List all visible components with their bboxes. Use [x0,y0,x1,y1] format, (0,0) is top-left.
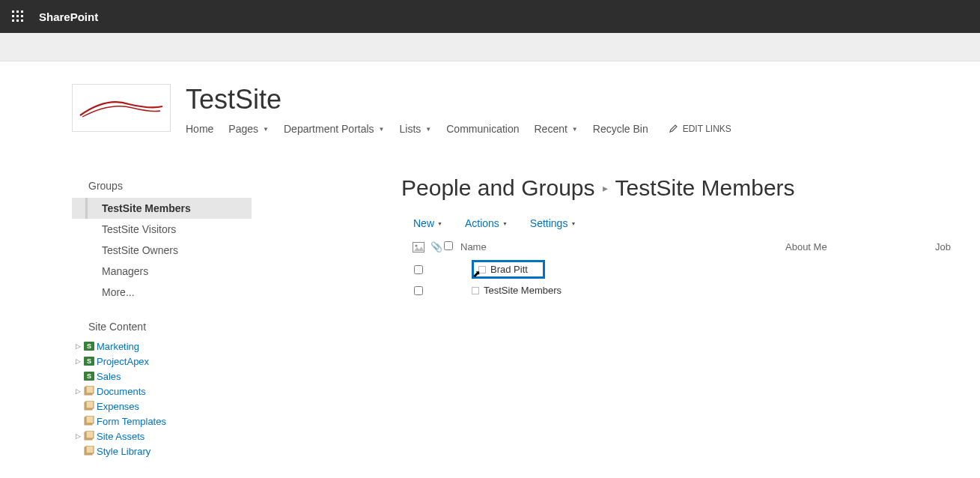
nav-home[interactable]: Home [186,120,221,138]
chevron-down-icon: ▼ [425,126,431,133]
presence-icon [472,287,479,294]
app-launcher-icon[interactable] [7,6,28,27]
group-managers[interactable]: Managers [72,261,252,282]
tree-item-marketing[interactable]: ▷SMarketing [72,339,252,354]
library-icon [83,385,95,397]
tree-expand-icon[interactable]: ▷ [76,357,83,365]
pencil-icon [669,124,678,135]
group-more[interactable]: More... [72,282,252,303]
row-name-cell: TestSite Members [467,285,797,296]
svg-rect-0 [12,10,14,13]
svg-rect-8 [21,19,23,22]
edit-links-button[interactable]: EDIT LINKS [669,124,731,135]
nav-lists[interactable]: Lists▼ [392,120,439,138]
suite-brand[interactable]: SharePoint [39,10,98,23]
about-column-header[interactable]: About Me [785,241,935,252]
breadcrumb-current: TestSite Members [615,175,795,201]
svg-rect-14 [86,416,94,423]
tree-item-expenses[interactable]: Expenses [72,399,252,414]
svg-rect-5 [21,15,23,17]
group-testsite-owners[interactable]: TestSite Owners [72,240,252,261]
edit-links-label: EDIT LINKS [683,124,731,134]
row-select-cell [407,286,434,295]
svg-rect-6 [12,19,14,22]
row-checkbox[interactable] [414,265,423,274]
site-logo[interactable] [72,84,171,132]
site-icon: S [84,357,94,366]
select-all-checkbox[interactable] [444,241,453,250]
tree-link-documents[interactable]: Documents [97,386,146,397]
site-content-tree: ▷SMarketing ▷SProjectApex SSales ▷Docume… [72,339,252,459]
chevron-right-icon: ▸ [603,182,608,194]
site-header: TestSite Home Pages▼ Department Portals▼… [0,61,980,153]
members-table: 📎 Name About Me Job Brad Pitt [401,237,980,299]
photo-column-header-icon[interactable] [407,242,429,252]
chevron-down-icon: ▼ [572,126,578,133]
nav-department-portals[interactable]: Department Portals▼ [276,120,392,138]
new-label: New [413,217,434,229]
site-icon: S [84,372,94,381]
svg-rect-10 [86,386,94,393]
suite-bar: SharePoint [0,0,980,33]
tree-item-projectapex[interactable]: ▷SProjectApex [72,354,252,369]
tree-link-expenses[interactable]: Expenses [97,401,139,412]
group-testsite-visitors[interactable]: TestSite Visitors [72,219,252,240]
actions-button[interactable]: Actions▼ [465,217,508,229]
tree-link-form-templates[interactable]: Form Templates [97,416,166,427]
breadcrumb-root[interactable]: People and Groups [401,175,595,201]
table-header: 📎 Name About Me Job [401,237,980,257]
chevron-down-icon: ▼ [502,221,508,226]
groups-list: TestSite Members TestSite Visitors TestS… [72,198,252,303]
tree-expand-icon[interactable]: ▷ [76,432,83,440]
nav-recycle-bin[interactable]: Recycle Bin [585,120,656,138]
ribbon-placeholder [0,33,980,61]
list-toolbar: New▼ Actions▼ Settings▼ [401,214,980,237]
table-row[interactable]: Brad Pitt [401,257,980,282]
tree-item-documents[interactable]: ▷Documents [72,384,252,399]
tree-link-projectapex[interactable]: ProjectApex [97,356,149,367]
tree-link-sales[interactable]: Sales [97,371,121,382]
tree-expand-icon[interactable]: ▷ [76,387,83,395]
member-name-link[interactable]: Brad Pitt [490,264,528,275]
nav-pages-label: Pages [228,123,258,135]
groups-heading: Groups [88,180,252,192]
tree-item-style-library[interactable]: Style Library [72,444,252,459]
library-icon [83,430,95,442]
tree-expand-icon[interactable]: ▷ [76,342,83,350]
new-button[interactable]: New▼ [413,217,442,229]
name-column-header[interactable]: Name [456,241,785,252]
tree-link-marketing[interactable]: Marketing [97,341,139,352]
attachment-column-header-icon[interactable]: 📎 [429,241,444,252]
svg-rect-12 [86,401,94,408]
member-name-link[interactable]: TestSite Members [484,285,561,296]
job-column-header[interactable]: Job [935,241,980,252]
site-icon: S [84,342,94,351]
tree-item-form-templates[interactable]: Form Templates [72,414,252,429]
breadcrumb: People and Groups ▸ TestSite Members [401,175,980,201]
tree-item-sales[interactable]: SSales [72,369,252,384]
row-name-cell: Brad Pitt [467,260,797,279]
nav-dept-label: Department Portals [284,123,374,135]
svg-rect-16 [86,431,94,438]
left-navigation: Groups TestSite Members TestSite Visitor… [72,175,252,477]
table-row[interactable]: TestSite Members [401,282,980,299]
tree-item-site-assets[interactable]: ▷Site Assets [72,429,252,444]
nav-communication[interactable]: Communication [439,120,526,138]
top-navigation: Home Pages▼ Department Portals▼ Lists▼ C… [186,120,731,138]
settings-label: Settings [530,217,568,229]
svg-rect-2 [21,10,23,13]
settings-button[interactable]: Settings▼ [530,217,576,229]
tree-link-style-library[interactable]: Style Library [97,446,150,457]
paperclip-icon: 📎 [430,241,442,252]
main-content: People and Groups ▸ TestSite Members New… [252,175,980,477]
tree-link-site-assets[interactable]: Site Assets [97,431,144,442]
row-checkbox[interactable] [414,286,423,295]
nav-recent-label: Recent [535,123,567,135]
group-testsite-members[interactable]: TestSite Members [72,198,252,219]
nav-pages[interactable]: Pages▼ [221,120,276,138]
site-title[interactable]: TestSite [186,84,731,115]
nav-recent[interactable]: Recent▼ [527,120,585,138]
selected-member-highlight[interactable]: Brad Pitt [472,260,545,279]
svg-rect-4 [16,15,19,17]
chevron-down-icon: ▼ [379,126,385,133]
